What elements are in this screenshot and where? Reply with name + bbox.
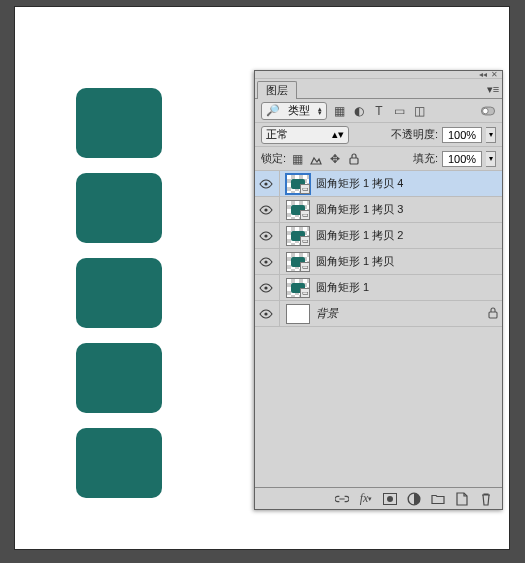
tab-layers[interactable]: 图层 <box>257 81 297 99</box>
layer-thumbnail[interactable] <box>286 304 310 324</box>
visibility-eye-icon[interactable] <box>259 281 273 295</box>
layer-row[interactable]: ▭圆角矩形 1 拷贝 2 <box>255 223 502 249</box>
chevron-updown-icon: ▴▾ <box>332 128 344 141</box>
panel-grip[interactable]: ◂◂ ✕ <box>255 71 502 79</box>
fill-label: 填充: <box>413 151 438 166</box>
svg-point-11 <box>387 496 393 502</box>
canvas-shape[interactable] <box>76 173 162 243</box>
blend-mode-value: 正常 <box>266 127 288 142</box>
adjustment-layer-icon[interactable] <box>406 491 422 507</box>
svg-rect-2 <box>350 158 358 164</box>
svg-point-3 <box>264 182 267 185</box>
filter-pixel-icon[interactable]: ▦ <box>331 103 347 119</box>
layer-name[interactable]: 背景 <box>316 306 338 321</box>
canvas-shape[interactable] <box>76 88 162 158</box>
layer-fx-icon[interactable]: fx▾ <box>358 491 374 507</box>
panel-menu-icon[interactable]: ▾≡ <box>484 80 502 98</box>
chevron-updown-icon: ▴▾ <box>318 107 322 115</box>
layer-row[interactable]: ▭圆角矩形 1 拷贝 3 <box>255 197 502 223</box>
visibility-eye-icon[interactable] <box>259 255 273 269</box>
lock-label: 锁定: <box>261 151 286 166</box>
separator <box>279 249 280 275</box>
vector-badge-icon: ▭ <box>300 210 310 220</box>
svg-point-7 <box>264 286 267 289</box>
layer-name[interactable]: 圆角矩形 1 拷贝 3 <box>316 202 403 217</box>
svg-point-8 <box>264 312 267 315</box>
delete-layer-icon[interactable] <box>478 491 494 507</box>
layers-panel: ◂◂ ✕ 图层 ▾≡ 🔎 类型 ▴▾ ▦ ◐ T ▭ ◫ 正常 ▴▾ 不透明度:… <box>254 70 503 510</box>
separator <box>279 171 280 197</box>
filter-smart-icon[interactable]: ◫ <box>411 103 427 119</box>
layer-row[interactable]: ▭圆角矩形 1 <box>255 275 502 301</box>
svg-rect-9 <box>489 312 497 318</box>
svg-point-1 <box>483 108 489 114</box>
fill-stepper[interactable]: ▾ <box>486 151 496 167</box>
layer-thumbnail[interactable]: ▭ <box>286 226 310 246</box>
opacity-label: 不透明度: <box>391 127 438 142</box>
canvas-shape[interactable] <box>76 428 162 498</box>
filter-toggle-switch[interactable] <box>480 103 496 119</box>
layer-thumbnail[interactable]: ▭ <box>286 200 310 220</box>
fill-input[interactable]: 100% <box>442 151 482 167</box>
layer-thumbnail[interactable]: ▭ <box>286 174 310 194</box>
svg-point-6 <box>264 260 267 263</box>
vector-badge-icon: ▭ <box>300 184 310 194</box>
filter-shape-icon[interactable]: ▭ <box>391 103 407 119</box>
separator <box>279 197 280 223</box>
separator <box>279 223 280 249</box>
filter-adjust-icon[interactable]: ◐ <box>351 103 367 119</box>
collapse-left-icon[interactable]: ◂◂ <box>479 71 487 79</box>
layer-thumbnail[interactable]: ▭ <box>286 252 310 272</box>
filter-kind-label: 类型 <box>288 103 310 118</box>
separator <box>279 275 280 301</box>
link-layers-icon[interactable] <box>334 491 350 507</box>
layer-row[interactable]: ▭圆角矩形 1 拷贝 4 <box>255 171 502 197</box>
lock-image-icon[interactable] <box>309 151 323 167</box>
svg-point-5 <box>264 234 267 237</box>
lock-position-icon[interactable]: ✥ <box>328 151 342 167</box>
blend-mode-select[interactable]: 正常 ▴▾ <box>261 126 349 144</box>
vector-badge-icon: ▭ <box>300 236 310 246</box>
search-icon: 🔎 <box>266 104 280 117</box>
visibility-eye-icon[interactable] <box>259 203 273 217</box>
opacity-stepper[interactable]: ▾ <box>486 127 496 143</box>
layer-row[interactable]: 背景 <box>255 301 502 327</box>
new-group-icon[interactable] <box>430 491 446 507</box>
layer-name[interactable]: 圆角矩形 1 拷贝 <box>316 254 394 269</box>
close-icon[interactable]: ✕ <box>491 71 498 79</box>
visibility-eye-icon[interactable] <box>259 307 273 321</box>
filter-kind-select[interactable]: 🔎 类型 ▴▾ <box>261 102 327 120</box>
vector-badge-icon: ▭ <box>300 262 310 272</box>
blend-row: 正常 ▴▾ 不透明度: 100% ▾ <box>255 123 502 147</box>
new-layer-icon[interactable] <box>454 491 470 507</box>
svg-point-4 <box>264 208 267 211</box>
lock-transparent-icon[interactable]: ▦ <box>290 151 304 167</box>
canvas-shape[interactable] <box>76 343 162 413</box>
visibility-eye-icon[interactable] <box>259 229 273 243</box>
lock-indicator-icon[interactable] <box>488 307 498 321</box>
layer-thumbnail[interactable]: ▭ <box>286 278 310 298</box>
layer-name[interactable]: 圆角矩形 1 拷贝 2 <box>316 228 403 243</box>
layer-name[interactable]: 圆角矩形 1 拷贝 4 <box>316 176 403 191</box>
visibility-eye-icon[interactable] <box>259 177 273 191</box>
separator <box>279 301 280 327</box>
layer-name[interactable]: 圆角矩形 1 <box>316 280 369 295</box>
filter-row: 🔎 类型 ▴▾ ▦ ◐ T ▭ ◫ <box>255 99 502 123</box>
layer-mask-icon[interactable] <box>382 491 398 507</box>
opacity-input[interactable]: 100% <box>442 127 482 143</box>
layer-row[interactable]: ▭圆角矩形 1 拷贝 <box>255 249 502 275</box>
panel-footer: fx▾ <box>255 487 502 509</box>
vector-badge-icon: ▭ <box>300 288 310 298</box>
panel-tabs: 图层 ▾≡ <box>255 79 502 99</box>
lock-row: 锁定: ▦ ✥ 填充: 100% ▾ <box>255 147 502 171</box>
lock-buttons: ▦ ✥ <box>290 151 361 167</box>
layer-list[interactable]: ▭圆角矩形 1 拷贝 4▭圆角矩形 1 拷贝 3▭圆角矩形 1 拷贝 2▭圆角矩… <box>255 171 502 487</box>
canvas-shape[interactable] <box>76 258 162 328</box>
lock-all-icon[interactable] <box>347 151 361 167</box>
filter-type-icon[interactable]: T <box>371 103 387 119</box>
